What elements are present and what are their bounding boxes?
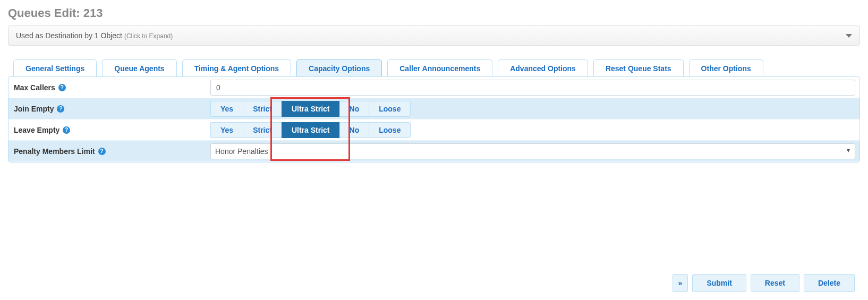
- tab-other-options[interactable]: Other Options: [689, 59, 763, 77]
- leave-empty-ultra-strict[interactable]: Ultra Strict: [282, 122, 339, 138]
- page-title: Queues Edit: 213: [8, 6, 860, 20]
- join-empty-yes[interactable]: Yes: [210, 101, 243, 117]
- help-icon[interactable]: ?: [63, 126, 70, 134]
- leave-empty-loose[interactable]: Loose: [369, 122, 411, 138]
- capacity-form-panel: Max Callers ? Join Empty ? Yes Strict Ul…: [8, 76, 860, 162]
- max-callers-label: Max Callers: [14, 83, 55, 92]
- tab-timing-agent-options[interactable]: Timing & Agent Options: [182, 59, 291, 77]
- destination-expand-bar[interactable]: Used as Destination by 1 Object (Click t…: [8, 25, 860, 46]
- max-callers-input[interactable]: [210, 80, 855, 96]
- leave-empty-yes[interactable]: Yes: [210, 122, 243, 138]
- help-icon[interactable]: ?: [98, 148, 106, 155]
- join-empty-no[interactable]: No: [339, 101, 369, 117]
- leave-empty-label: Leave Empty: [14, 126, 59, 134]
- join-empty-strict[interactable]: Strict: [243, 101, 282, 117]
- tab-general-settings[interactable]: General Settings: [13, 59, 97, 77]
- expand-bar-text: Used as Destination by 1 Object: [16, 31, 122, 40]
- help-icon[interactable]: ?: [57, 105, 64, 113]
- leave-empty-group: Yes Strict Ultra Strict No Loose: [210, 122, 411, 138]
- tab-reset-queue-stats[interactable]: Reset Queue Stats: [593, 59, 684, 77]
- penalty-limit-select[interactable]: Honor Penalties: [210, 143, 855, 159]
- join-empty-label: Join Empty: [14, 105, 54, 113]
- penalty-limit-label: Penalty Members Limit: [14, 147, 95, 156]
- help-icon[interactable]: ?: [58, 84, 66, 91]
- chevron-down-icon: [846, 34, 852, 38]
- leave-empty-no[interactable]: No: [339, 122, 369, 138]
- join-empty-loose[interactable]: Loose: [369, 101, 411, 117]
- tab-advanced-options[interactable]: Advanced Options: [498, 59, 588, 77]
- tab-caller-announcements[interactable]: Caller Announcements: [387, 59, 492, 77]
- join-empty-ultra-strict[interactable]: Ultra Strict: [282, 101, 339, 117]
- leave-empty-strict[interactable]: Strict: [243, 122, 282, 138]
- tab-bar: General Settings Queue Agents Timing & A…: [8, 59, 860, 76]
- tab-capacity-options[interactable]: Capacity Options: [296, 59, 382, 77]
- expand-bar-hint: (Click to Expand): [124, 32, 173, 40]
- tab-queue-agents[interactable]: Queue Agents: [102, 59, 176, 77]
- join-empty-group: Yes Strict Ultra Strict No Loose: [210, 101, 411, 117]
